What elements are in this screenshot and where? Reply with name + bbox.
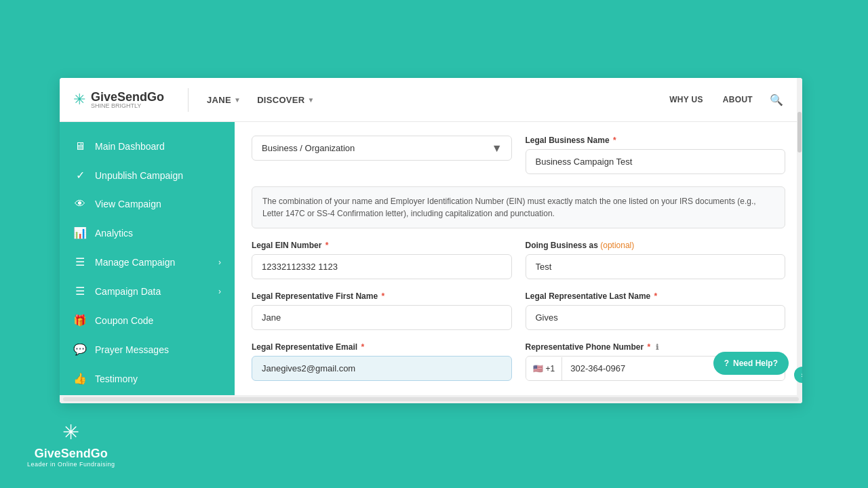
nav-why-us[interactable]: WHY US	[661, 89, 711, 110]
sidebar-item-main-dashboard[interactable]: 🖥 Main Dashboard	[60, 132, 235, 161]
ein-required: *	[326, 241, 329, 250]
phone-flag[interactable]: 🇺🇸 +1	[526, 357, 563, 380]
flag-emoji: 🇺🇸	[533, 364, 543, 373]
form-row-ein: Legal EIN Number * Doing Business as (op…	[252, 241, 785, 279]
brand-name: GiveSendGo	[91, 91, 164, 103]
sidebar-label-campaign-data: Campaign Data	[95, 286, 210, 297]
last-name-label: Legal Representative Last Name *	[526, 291, 786, 301]
category-select-wrapper: Business / Organization ▼	[252, 136, 512, 161]
brand-logo[interactable]: ✳ GiveSendGo SHINE BRIGHTLY	[73, 91, 164, 109]
form-group-last-name: Legal Representative Last Name *	[526, 291, 786, 330]
sidebar-item-campaign-data[interactable]: ☰ Campaign Data ›	[60, 277, 235, 306]
manage-icon: ☰	[73, 256, 87, 268]
check-icon: ✓	[73, 169, 87, 182]
doing-business-input[interactable]	[526, 254, 786, 279]
email-required: *	[361, 342, 364, 352]
bottom-logo: ✳ GiveSendGo Leader in Online Fundraisin…	[27, 420, 115, 468]
legal-business-name-label: Legal Business Name *	[526, 136, 786, 145]
nav-user[interactable]: JANE ▼	[199, 89, 249, 110]
sidebar-label-prayer-messages: Prayer Messages	[95, 344, 221, 355]
form-row-names: Legal Representative First Name * Legal …	[252, 291, 785, 330]
doing-business-label: Doing Business as (optional)	[526, 241, 786, 250]
user-dropdown-arrow: ▼	[234, 96, 241, 104]
form-content: Business / Organization ▼ Legal Business…	[235, 122, 802, 395]
manage-campaign-arrow: ›	[218, 258, 221, 267]
campaign-data-icon: ☰	[73, 285, 87, 298]
form-row-contact: Legal Representative Email * Representat…	[252, 342, 785, 381]
last-name-required: *	[654, 291, 658, 301]
navbar: ✳ GiveSendGo SHINE BRIGHTLY JANE ▼ DISCO…	[60, 78, 802, 122]
browser-window: ✳ GiveSendGo SHINE BRIGHTLY JANE ▼ DISCO…	[60, 78, 802, 403]
form-group-doing-business: Doing Business as (optional)	[526, 241, 786, 279]
coupon-icon: 🎁	[73, 314, 87, 327]
bottom-brand-name: GiveSendGo	[35, 447, 108, 461]
brand-snowflake-icon: ✳	[73, 91, 85, 108]
need-help-icon: ?	[724, 359, 729, 368]
form-group-ein: Legal EIN Number *	[252, 241, 512, 279]
prayer-icon: 💬	[73, 343, 87, 356]
eye-icon: 👁	[73, 198, 87, 210]
form-group-email: Legal Representative Email *	[252, 342, 512, 381]
first-name-label: Legal Representative First Name *	[252, 291, 512, 301]
sidebar-label-main-dashboard: Main Dashboard	[95, 141, 221, 152]
horizontal-scrollbar[interactable]	[60, 395, 802, 403]
brand-text: GiveSendGo SHINE BRIGHTLY	[91, 91, 164, 109]
sidebar-item-view-campaign[interactable]: 👁 View Campaign	[60, 190, 235, 218]
phone-code: +1	[546, 364, 555, 373]
legal-business-name-input[interactable]	[526, 149, 786, 174]
category-select[interactable]: Business / Organization	[252, 136, 512, 161]
form-group-category: Business / Organization ▼	[252, 136, 512, 174]
main-content: 🖥 Main Dashboard ✓ Unpublish Campaign 👁 …	[60, 122, 802, 395]
sidebar-label-unpublish-campaign: Unpublish Campaign	[95, 170, 221, 181]
info-banner: The combination of your name and Employe…	[252, 186, 785, 228]
sidebar-label-view-campaign: View Campaign	[95, 199, 221, 209]
nav-right: WHY US ABOUT 🔍	[661, 88, 789, 112]
doing-business-optional: (optional)	[600, 241, 634, 250]
monitor-icon: 🖥	[73, 140, 87, 152]
vertical-scrollbar[interactable]	[797, 122, 802, 395]
nav-about[interactable]: ABOUT	[715, 89, 761, 110]
sidebar-item-unpublish-campaign[interactable]: ✓ Unpublish Campaign	[60, 161, 235, 190]
h-scrollbar-track	[63, 397, 799, 401]
sidebar-label-analytics: Analytics	[95, 228, 221, 239]
sidebar-item-analytics[interactable]: 📊 Analytics	[60, 218, 235, 247]
sidebar-label-coupon-code: Coupon Code	[95, 315, 221, 326]
sidebar-item-testimony[interactable]: 👍 Testimony	[60, 364, 235, 393]
bottom-brand-tagline: Leader in Online Fundraising	[27, 461, 115, 468]
scrollbar-thumb	[797, 122, 802, 152]
bottom-snowflake-icon: ✳	[62, 420, 79, 444]
phone-label: Representative Phone Number * ℹ	[526, 342, 786, 352]
sidebar-item-prayer-messages[interactable]: 💬 Prayer Messages	[60, 335, 235, 364]
need-help-button[interactable]: ? Need Help?	[713, 352, 789, 375]
brand-tagline: SHINE BRIGHTLY	[91, 103, 164, 109]
required-marker: *	[613, 136, 616, 145]
discover-dropdown-arrow: ▼	[307, 96, 314, 104]
first-name-required: *	[381, 291, 384, 301]
form-group-first-name: Legal Representative First Name *	[252, 291, 512, 330]
nav-discover[interactable]: DISCOVER ▼	[249, 89, 323, 110]
ein-label: Legal EIN Number *	[252, 241, 512, 250]
first-name-input[interactable]	[252, 305, 512, 330]
ein-input[interactable]	[252, 254, 512, 279]
testimony-icon: 👍	[73, 372, 87, 385]
campaign-data-arrow: ›	[218, 287, 221, 296]
email-input[interactable]	[252, 356, 512, 381]
sidebar-item-manage-campaign[interactable]: ☰ Manage Campaign ›	[60, 247, 235, 277]
sidebar-item-coupon-code[interactable]: 🎁 Coupon Code	[60, 306, 235, 335]
form-group-legal-business-name: Legal Business Name *	[526, 136, 786, 174]
last-name-input[interactable]	[526, 305, 786, 330]
sidebar-label-testimony: Testimony	[95, 373, 221, 384]
phone-required: *	[648, 342, 651, 352]
form-row-top: Business / Organization ▼ Legal Business…	[252, 136, 785, 174]
sidebar-label-manage-campaign: Manage Campaign	[95, 257, 210, 268]
need-help-label: Need Help?	[733, 359, 778, 368]
analytics-icon: 📊	[73, 226, 87, 239]
phone-info-icon: ℹ	[656, 343, 658, 351]
email-label: Legal Representative Email *	[252, 342, 512, 352]
search-button[interactable]: 🔍	[764, 88, 789, 112]
nav-divider	[188, 88, 189, 112]
sidebar: 🖥 Main Dashboard ✓ Unpublish Campaign 👁 …	[60, 122, 235, 395]
